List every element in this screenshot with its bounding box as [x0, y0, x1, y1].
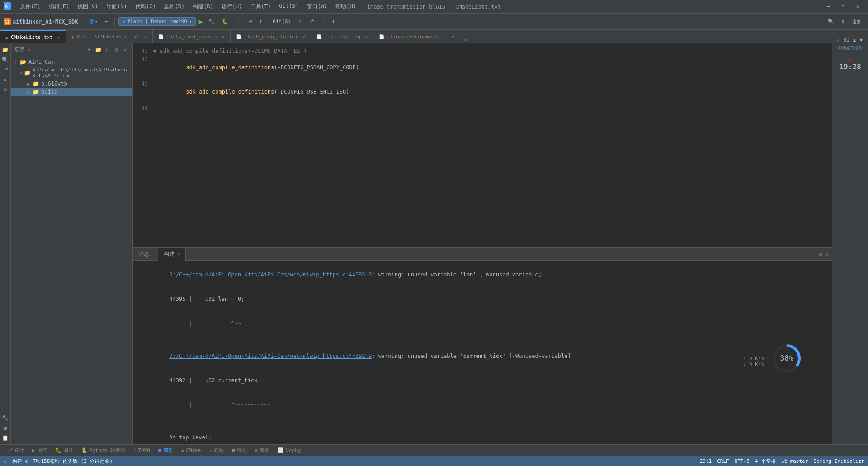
bottom-tab-problems[interactable]: ⚠ 问题 — [205, 446, 227, 455]
terminal-panel-icon[interactable]: ■ — [1, 423, 10, 433]
tab-close-lasttest[interactable]: ✕ — [365, 34, 368, 39]
git-branch-btn[interactable]: ⎇ — [306, 18, 317, 25]
tab-cmake-active[interactable]: ▲ CMakeLists.txt ✕ — [0, 30, 66, 43]
tab-lasttest[interactable]: 📄 LastTest.log ✕ — [311, 30, 374, 43]
settings-btn[interactable]: ⚙ — [839, 18, 847, 25]
collapse-all-icon[interactable]: ⇊ — [104, 46, 111, 53]
build-settings-icon[interactable]: ⚙ — [819, 251, 822, 257]
tab-close-flash[interactable]: ✕ — [302, 34, 305, 39]
build-tab[interactable]: 构建 ✕ — [158, 248, 186, 261]
tree-folder-aipicam[interactable]: ▾ 📁 AiPi-Cam D:\C++\cam-d\AiPi-Open-Kits… — [11, 66, 132, 80]
messages-tab[interactable]: 消息: — [133, 248, 158, 261]
menu-build[interactable]: 构建(B) — [189, 2, 217, 11]
bottom-tab-run[interactable]: ▶ 运行 — [28, 446, 51, 455]
status-branch[interactable]: ⎇ master — [781, 458, 808, 464]
tab-close-clion[interactable]: ✕ — [452, 34, 454, 39]
build-output[interactable]: D:/C++/cam-d/AiPi-Open-Kits/AiPi-Cam/web… — [133, 261, 832, 444]
tab-close-cmake[interactable]: ✕ — [57, 35, 60, 40]
cmake-tab-icon: ▲ — [5, 35, 8, 40]
clear-all-btn[interactable]: 时间全部清除 — [838, 46, 863, 50]
tree-root-aipicam[interactable]: ▾ 📂 AiPi-Cam — [11, 58, 132, 66]
bottom-tab-messages[interactable]: ≡ 消息 — [155, 446, 177, 455]
tab-close-cmake2[interactable]: ✕ — [144, 34, 147, 39]
bottom-tab-terminal[interactable]: ■ 终端 — [228, 446, 250, 455]
tab-cmake2[interactable]: ▲ D:\...\CMakeLists.txt ✕ — [66, 30, 153, 43]
new-file-icon[interactable]: + — [85, 46, 93, 53]
tree-folder-build[interactable]: ▶ 📁 build — [11, 88, 132, 96]
build-close-icon[interactable]: ✕ — [825, 251, 828, 257]
profile-btn[interactable]: 👤▾ — [86, 18, 101, 25]
status-encoding[interactable]: UTF-8 — [735, 458, 750, 464]
status-line-col[interactable]: 29:1 — [700, 458, 712, 464]
menu-window[interactable]: 窗口(W) — [303, 2, 331, 11]
git-push-btn[interactable]: ↑ — [319, 18, 327, 25]
line-code-43: sdk_add_compile_definitions(-DCONFIG_USB… — [153, 80, 349, 104]
build-panel-settings: ⚙ ✕ — [816, 251, 832, 257]
back-btn[interactable]: ← — [102, 18, 111, 25]
search-btn[interactable]: 🔍 — [825, 18, 837, 25]
extensions-panel-icon[interactable]: ⚙ — [1, 85, 10, 94]
rerun-button[interactable]: ↺ — [246, 18, 255, 25]
build-button[interactable]: 🔨 — [206, 18, 217, 25]
tab-flash[interactable]: 📄 flash_prog_cfg.ini ✕ — [231, 30, 311, 43]
minimize-button[interactable]: ─ — [822, 2, 835, 11]
code-editor[interactable]: 41 # sdk_add_compile_definitions(-DSIMU_… — [133, 43, 832, 247]
menu-help[interactable]: 帮助(H) — [332, 2, 360, 11]
status-spring[interactable]: Spring Initializr — [813, 458, 864, 464]
build-link-1[interactable]: D:/C++/cam-d/AiPi-Open-Kits/AiPi-Cam/web… — [169, 271, 372, 278]
build-spacer-1 — [137, 336, 828, 344]
warn-indicator-icon: ⚠ — [4, 458, 7, 464]
folder-panel-icon[interactable]: 📁 — [1, 45, 10, 54]
maximize-button[interactable]: ❐ — [836, 2, 850, 11]
bottom-tab-git[interactable]: ⎇ Git — [4, 447, 28, 454]
menu-view[interactable]: 视图(V) — [74, 2, 102, 11]
run-button[interactable]: ▶ — [198, 16, 204, 27]
bottom-tab-debug[interactable]: 🐛 调试 — [52, 446, 77, 455]
menu-code[interactable]: 代码(C) — [132, 2, 160, 11]
sidebar-close-icon[interactable]: ✕ — [122, 46, 129, 53]
bottom-tab-vcpkg[interactable]: ⬜ Vcpkg — [274, 447, 304, 454]
git-panel-icon[interactable]: ⎇ — [1, 65, 10, 74]
sidebar-dropdown-icon[interactable]: ▾ — [28, 47, 31, 52]
build-panel-icon[interactable]: 🔨 — [1, 414, 10, 423]
git-check-btn[interactable]: ✓ — [296, 18, 304, 25]
menu-run[interactable]: 运行(U) — [218, 2, 246, 11]
tab-fatfs[interactable]: 📄 fatfs_conf_user.h ✕ — [153, 30, 231, 43]
notification-btn[interactable]: 通知 — [849, 17, 864, 26]
flash-upload-btn[interactable]: ⬆ — [257, 18, 265, 25]
debug-button[interactable]: 🐛 — [219, 18, 231, 25]
menu-git[interactable]: Git(S) — [275, 2, 302, 11]
menu-edit[interactable]: 编辑(E) — [45, 2, 73, 11]
bottom-tab-services[interactable]: ⚙ 服务 — [251, 446, 274, 455]
build-link-2[interactable]: D:/C++/cam-d/AiPi-Open-Kits/AiPi-Cam/web… — [169, 353, 372, 359]
left-activity-bar: 📁 🔍 ⎇ ▶ ⚙ 🔨 ■ 📋 — [0, 43, 11, 444]
new-folder-icon[interactable]: 📁 — [94, 46, 102, 53]
bottom-tab-python[interactable]: 🐍 Python 软件包 — [78, 446, 129, 455]
line-code-41: # sdk_add_compile_definitions(-DSIMU_DAT… — [153, 47, 307, 55]
toolbar-divider-3 — [269, 17, 269, 26]
menu-tools[interactable]: 工具(T) — [247, 2, 275, 11]
tree-folder-bl616vtb[interactable]: ▶ 📁 bl616vtb — [11, 80, 132, 88]
close-button[interactable]: ✕ — [851, 2, 864, 11]
sidebar-settings-icon[interactable]: ⚙ — [113, 46, 120, 53]
status-indent[interactable]: 4 个空格 — [755, 458, 776, 465]
tab-clion[interactable]: 📄 clion-environment... ✕ — [373, 30, 460, 43]
tab-close-fatfs[interactable]: ✕ — [222, 34, 225, 39]
git-pull-btn[interactable]: ↓ — [329, 18, 338, 25]
status-line-ending[interactable]: CRLF — [717, 458, 729, 464]
output-panel-icon[interactable]: 📋 — [1, 433, 10, 442]
bottom-tab-cmake[interactable]: ▲ CMake — [178, 447, 205, 454]
menu-file[interactable]: 文件(F) — [16, 2, 44, 11]
tabs-more-btn[interactable]: » — [460, 37, 471, 43]
menu-navigate[interactable]: 导航(N) — [103, 2, 131, 11]
run-panel-icon[interactable]: ▶ — [1, 75, 10, 84]
line-num-42: 42 — [133, 55, 153, 80]
run-icon: ▶ — [32, 447, 35, 453]
menu-refactor[interactable]: 重构(R) — [160, 2, 188, 11]
git-label: Git(G): — [273, 19, 293, 24]
run-config-selector[interactable]: ⚡ flash | Debug-cam200 ▾ — [118, 17, 196, 26]
bottom-tab-todo[interactable]: ✓ TODO — [130, 447, 154, 454]
stop-button[interactable]: ⬛ — [233, 18, 245, 25]
search-panel-icon[interactable]: 🔍 — [1, 55, 10, 64]
build-tab-close-icon[interactable]: ✕ — [177, 252, 180, 257]
